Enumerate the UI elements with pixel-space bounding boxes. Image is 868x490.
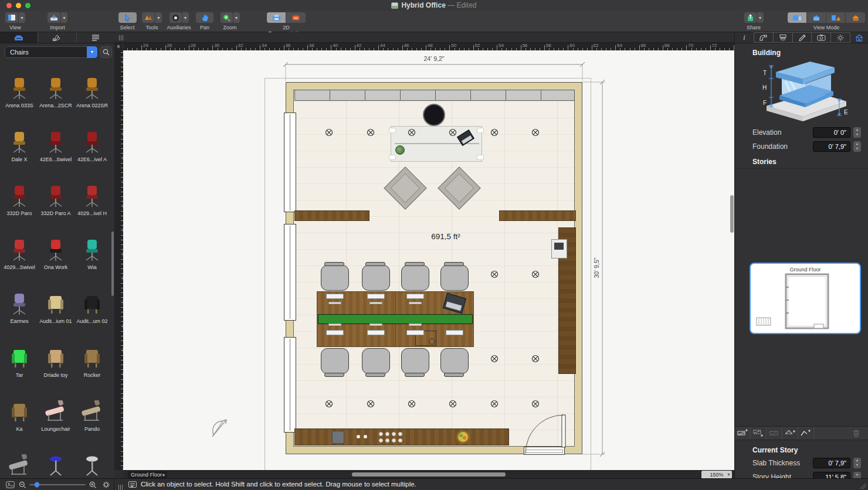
library-item-wia[interactable]: Wia (74, 226, 110, 280)
tab-object-list[interactable] (77, 32, 114, 43)
slider-knob[interactable] (34, 482, 40, 488)
elevation-input[interactable]: 0' 0" (813, 127, 850, 138)
library-item-pando[interactable]: Pando (74, 387, 110, 441)
zoom-out-icon[interactable] (19, 481, 26, 489)
window-left-1[interactable] (284, 113, 296, 212)
viewmode-2d-button[interactable] (788, 12, 807, 23)
glass[interactable] (392, 432, 396, 436)
tab-edit[interactable] (792, 32, 812, 43)
category-select[interactable]: Chairs ▼ (5, 46, 97, 58)
share-dropdown[interactable]: ▼ (757, 12, 764, 23)
canvas-horizontal-scrollbar[interactable] (352, 472, 506, 477)
fruit-bowl[interactable] (456, 430, 470, 444)
library-item-332d-paro[interactable]: 332D Paro (1, 172, 38, 226)
viewmode-3d-button[interactable] (846, 12, 865, 23)
library-item-42e6-ivel-a[interactable]: 42E6...ivel A (74, 118, 110, 172)
elevation-stepper[interactable]: ▲▼ (853, 127, 861, 138)
library-item-audit-ium-01[interactable]: Audit...ium 01 (38, 280, 74, 334)
library-item-earmes[interactable]: Earmes (1, 280, 38, 334)
conference-chair[interactable] (401, 265, 429, 291)
table-runner[interactable] (318, 314, 473, 324)
floor-selector[interactable]: Ground Floor◆ (128, 471, 167, 478)
zoom-tool-button[interactable] (221, 12, 233, 23)
library-item-4029-swivel[interactable]: 4029...Swivel (1, 226, 38, 280)
conference-chair[interactable] (440, 348, 469, 374)
conference-chair[interactable] (362, 348, 390, 374)
canvas-vertical-scrollbar[interactable] (730, 195, 734, 233)
settings-gear-icon[interactable] (102, 481, 110, 489)
workstation-monitor[interactable] (367, 294, 385, 299)
conference-chair[interactable] (321, 265, 349, 291)
library-item-audit-um-02[interactable]: Audit...um 02 (74, 280, 110, 334)
library-item-arena-2scr[interactable]: Arena...2SCR (38, 64, 74, 118)
floor-plan-canvas[interactable]: 691,5 ft² 24' 9,2" 30' 9,5" (123, 50, 734, 470)
glass[interactable] (385, 438, 389, 443)
duplicate-story-button[interactable] (767, 427, 782, 440)
story-card-ground-floor[interactable]: Ground Floor (750, 263, 861, 334)
desk-plant[interactable] (395, 145, 405, 155)
library-item[interactable] (74, 441, 110, 478)
window-resize-grip[interactable] (860, 484, 866, 489)
foundation-stepper[interactable]: ▲▼ (853, 141, 861, 152)
zoom-dropdown[interactable]: ▼ (233, 12, 240, 23)
door[interactable] (524, 447, 565, 455)
library-item-arena-022sr[interactable]: Arena 022SR (74, 64, 110, 118)
tab-materials[interactable] (38, 32, 76, 43)
tab-object-properties[interactable] (754, 32, 774, 43)
workstation-monitor[interactable] (406, 330, 424, 335)
workstation-monitor[interactable] (326, 330, 344, 335)
workstation-monitor[interactable] (446, 330, 463, 335)
view-button[interactable] (5, 12, 18, 23)
library-item-4029-ivel-h[interactable]: 4029...ivel H (74, 172, 110, 226)
zoom-level-select[interactable]: 150%▼ (701, 471, 732, 479)
library-item-332d-paro-a[interactable]: 332D Paro A (38, 172, 74, 226)
slab-thickness-stepper[interactable]: ▲▼ (853, 458, 861, 468)
workstation-monitor[interactable] (367, 330, 385, 335)
conference-chair[interactable] (440, 265, 469, 291)
share-button[interactable] (744, 12, 757, 23)
conference-chair[interactable] (401, 348, 429, 374)
viewmode-elevation-button[interactable] (807, 12, 826, 23)
printer[interactable] (551, 239, 567, 258)
workstation-keyboard[interactable] (369, 324, 382, 326)
workstation-keyboard[interactable] (328, 324, 341, 326)
library-item-42e6-swivel[interactable]: 42E6...Swivel (38, 118, 74, 172)
library-item-loungechair[interactable]: Loungechair (38, 387, 74, 441)
slab-thickness-input[interactable]: 0' 7,9" (813, 458, 850, 468)
cup[interactable] (364, 435, 367, 438)
search-button[interactable] (100, 46, 112, 58)
select-tool-button[interactable] (118, 12, 137, 23)
tab-light[interactable] (830, 32, 850, 43)
zoom-in-icon[interactable] (89, 481, 97, 489)
viewmode-split-button[interactable] (826, 12, 846, 23)
info-icon[interactable]: i (735, 32, 754, 43)
2d-plan-mode-button[interactable] (267, 12, 286, 23)
library-item[interactable] (38, 441, 74, 478)
workstation-keyboard[interactable] (369, 302, 382, 304)
glass[interactable] (379, 432, 383, 436)
wall-shelf-left[interactable] (294, 210, 369, 221)
import-button[interactable] (48, 12, 60, 23)
workstation-keyboard[interactable] (409, 302, 422, 304)
2d-elevation-mode-button[interactable] (286, 12, 306, 23)
add-roof-button[interactable] (782, 427, 798, 440)
library-item-ka[interactable]: Ka (1, 387, 38, 441)
glass[interactable] (385, 432, 389, 436)
add-story-below-button[interactable] (751, 427, 767, 440)
workstation-keyboard[interactable] (409, 324, 422, 326)
sidebar-scrollbar[interactable] (111, 232, 114, 296)
tools-dropdown[interactable]: ▼ (155, 12, 162, 23)
statusbar-drag-handle[interactable] (117, 482, 123, 490)
library-item-dale-x[interactable]: Dale X (1, 118, 38, 172)
library-item-arena-033s[interactable]: Arena 033S (1, 64, 38, 118)
cup[interactable] (357, 435, 360, 438)
conference-chair[interactable] (362, 265, 390, 291)
executive-chair[interactable] (423, 104, 445, 126)
window-left-2[interactable] (284, 224, 296, 321)
glass[interactable] (398, 438, 402, 443)
workstation-keyboard[interactable] (328, 302, 341, 304)
preview-image-icon[interactable] (6, 481, 15, 488)
tab-camera[interactable] (811, 32, 831, 43)
tools-button[interactable] (142, 12, 155, 23)
credenza-tray[interactable] (332, 431, 344, 444)
